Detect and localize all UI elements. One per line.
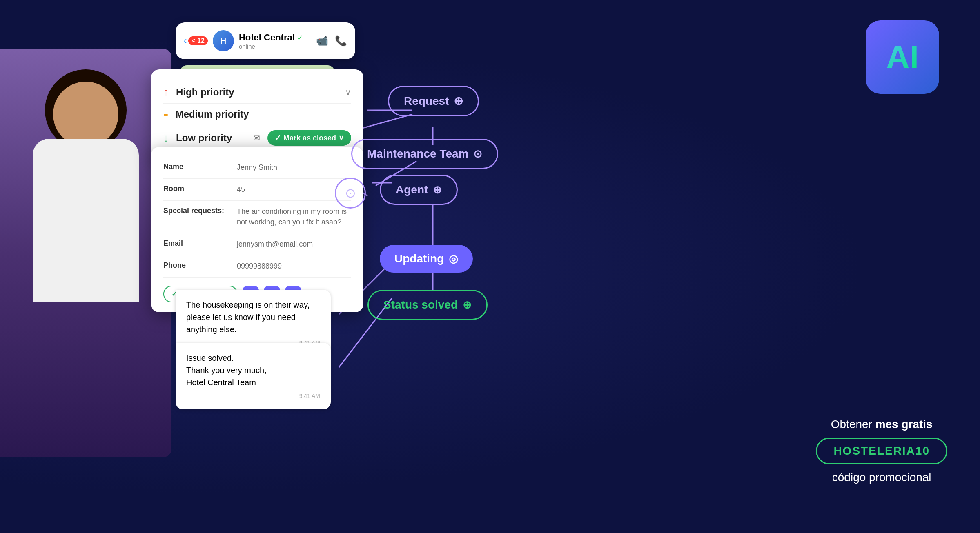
name-row: Name Jenny Smith: [163, 157, 351, 179]
name-value: Jenny Smith: [237, 162, 277, 173]
ai-logo: AI: [866, 20, 939, 94]
high-priority-label: High priority: [176, 87, 338, 98]
phone-label: Phone: [163, 261, 237, 270]
phone-icon[interactable]: 📞: [335, 35, 347, 47]
envelope-icon: ✉: [253, 133, 260, 143]
chat-msg-1-text: The housekeeping is on their way, please…: [186, 300, 310, 334]
chat-header: ‹ < 12 H Hotel Central ✓ online 📹 📞: [176, 22, 355, 59]
updating-node: Updating ◎: [380, 245, 473, 273]
promo-line1: Obtener mes gratis: [816, 418, 947, 431]
video-call-icon[interactable]: 📹: [316, 35, 328, 47]
dash-icon: ≡: [163, 110, 168, 119]
person-icon: ⊙: [345, 185, 356, 201]
status-icon: ⊕: [463, 299, 472, 311]
agent-node: Agent ⊕: [380, 175, 458, 205]
promo-text-regular: Obtener: [831, 418, 872, 431]
verified-icon: ✓: [297, 33, 303, 42]
status-label: Status solved: [383, 298, 458, 311]
email-label: Email: [163, 239, 237, 248]
name-label: Name: [163, 162, 237, 171]
refresh-icon: ◎: [449, 253, 458, 265]
ai-logo-text: AI: [886, 38, 919, 76]
promo-code: HOSTELERIA10: [816, 438, 947, 464]
status-solved-node: Status solved ⊕: [368, 290, 488, 320]
mark-closed-button-1[interactable]: ✓ Mark as closed ∨: [267, 130, 351, 146]
maintenance-label: Maintenance Team: [367, 147, 468, 160]
special-value: The air conditioning in my room is not w…: [237, 207, 351, 227]
agent-circle: ⊙: [335, 178, 366, 209]
special-label: Special requests:: [163, 207, 237, 215]
room-row: Room 45: [163, 179, 351, 201]
form-card: Name Jenny Smith Room 45 Special request…: [151, 147, 363, 312]
chevron-down-icon: ∨: [345, 87, 351, 97]
room-label: Room: [163, 184, 237, 193]
contact-info: Hotel Central ✓ online: [239, 32, 311, 50]
agent-icon: ⊕: [433, 184, 442, 196]
contact-status: online: [239, 43, 311, 50]
chat-action-icons: 📹 📞: [316, 35, 347, 47]
promo-text-bold: mes gratis: [875, 418, 933, 431]
avatar: H: [213, 30, 234, 51]
person-photo: [0, 49, 172, 457]
arrow-down-icon: ↓: [163, 132, 169, 144]
chat-msg-2-text: Issue solved. Thank you very much, Hotel…: [186, 352, 320, 389]
room-value: 45: [237, 184, 245, 195]
maintenance-node: Maintenance Team ⊙: [351, 139, 498, 169]
arrow-up-icon: ↑: [163, 86, 169, 98]
email-row: Email jennysmith@email.com: [163, 233, 351, 255]
contact-name: Hotel Central: [239, 32, 295, 43]
medium-priority-label: Medium priority: [176, 109, 351, 120]
special-row: Special requests: The air conditioning i…: [163, 201, 351, 233]
person-circle-icon: ⊙: [473, 148, 482, 160]
medium-priority-item[interactable]: ≡ Medium priority: [163, 104, 351, 125]
request-node: Request ⊕: [388, 86, 479, 116]
dropdown-icon: ∨: [339, 133, 344, 142]
check-icon: ✓: [275, 133, 281, 142]
chat-msg-2-time: 9:41 AM: [186, 392, 320, 400]
request-label: Request: [404, 95, 449, 108]
phone-value: 09999888999: [237, 261, 282, 271]
updating-label: Updating: [394, 252, 444, 265]
promo-line2: código promocional: [816, 471, 947, 484]
email-value: jennysmith@email.com: [237, 239, 313, 249]
promo-section: Obtener mes gratis HOSTELERIA10 código p…: [816, 418, 947, 484]
plus-circle-icon: ⊕: [454, 94, 463, 108]
high-priority-item[interactable]: ↑ High priority ∨: [163, 81, 351, 104]
low-priority-label: Low priority: [176, 132, 246, 144]
back-button[interactable]: ‹ < 12: [184, 36, 208, 46]
phone-row: Phone 09999888999: [163, 255, 351, 278]
unread-badge: < 12: [188, 36, 208, 45]
chat-message-2: Issue solved. Thank you very much, Hotel…: [176, 343, 331, 409]
agent-label: Agent: [396, 183, 428, 196]
chevron-left-icon: ‹: [184, 36, 187, 46]
